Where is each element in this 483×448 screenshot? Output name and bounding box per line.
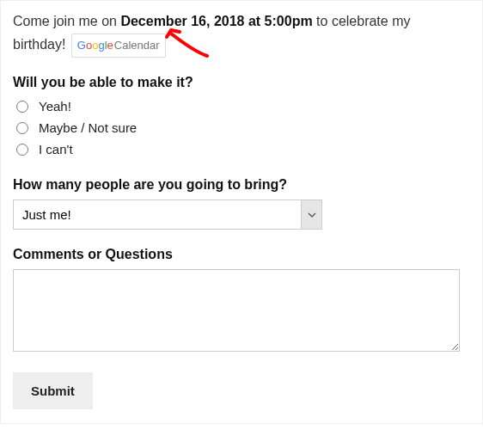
intro-text: Come join me on December 16, 2018 at 5:0… bbox=[13, 9, 470, 58]
guests-select-wrap[interactable]: Just me! bbox=[13, 199, 322, 230]
attend-radio-group: Yeah! Maybe / Not sure I can't bbox=[13, 95, 470, 160]
intro-date: December 16, 2018 at 5:00pm bbox=[120, 14, 312, 28]
intro-suffix1: to celebrate my bbox=[313, 14, 411, 28]
intro-suffix2: birthday! bbox=[13, 37, 70, 52]
radio-input-maybe[interactable] bbox=[16, 122, 28, 134]
comments-textarea[interactable] bbox=[13, 269, 460, 352]
radio-input-cant[interactable] bbox=[16, 144, 28, 156]
google-g: G bbox=[77, 39, 86, 52]
radio-label: I can't bbox=[39, 142, 73, 156]
intro-prefix: Come join me on bbox=[13, 14, 120, 28]
radio-option-maybe[interactable]: Maybe / Not sure bbox=[16, 117, 470, 138]
guests-select[interactable]: Just me! bbox=[14, 200, 301, 229]
google-e: e bbox=[107, 39, 113, 52]
radio-option-yeah[interactable]: Yeah! bbox=[16, 95, 470, 117]
submit-button[interactable]: Submit bbox=[13, 372, 93, 409]
radio-label: Yeah! bbox=[39, 99, 71, 114]
radio-input-yeah[interactable] bbox=[16, 101, 28, 113]
chevron-down-icon bbox=[301, 200, 321, 229]
question-attend-label: Will you be able to make it? bbox=[13, 75, 470, 90]
google-calendar-word: Calendar bbox=[114, 39, 160, 52]
radio-option-cant[interactable]: I can't bbox=[16, 138, 470, 160]
google-calendar-button[interactable]: GoogleCalendar bbox=[71, 34, 166, 58]
radio-label: Maybe / Not sure bbox=[39, 120, 137, 135]
question-guests-label: How many people are you going to bring? bbox=[13, 177, 470, 193]
google-g2: g bbox=[98, 39, 104, 52]
question-comments-label: Comments or Questions bbox=[13, 247, 470, 262]
rsvp-form-container: Come join me on December 16, 2018 at 5:0… bbox=[0, 0, 483, 424]
